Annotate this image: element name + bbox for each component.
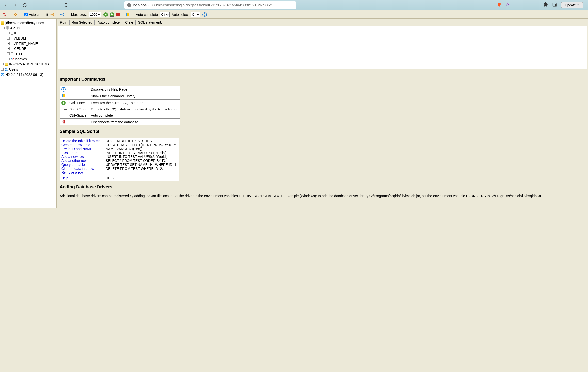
auto-commit-checkbox[interactable]: Auto commit — [24, 13, 48, 16]
sample-sql-line: DROP TABLE IF EXISTS TEST; — [106, 139, 155, 143]
svg-rect-15 — [63, 96, 65, 97]
folder-icon — [5, 63, 8, 66]
sidebar-tree: jdbc:h2:mem:dfemytunes − ARTIST +ID+ALBU… — [0, 19, 57, 208]
indexes-label: Indexes — [15, 57, 27, 61]
command-icon-cell — [60, 93, 67, 100]
adding-drivers-heading: Adding Database Drivers — [60, 185, 584, 190]
db-node[interactable]: jdbc:h2:mem:dfemytunes — [1, 20, 55, 25]
sample-link[interactable]: Remove a row — [61, 170, 83, 174]
svg-rect-13 — [63, 94, 65, 95]
run-bar: Run Run Selected Auto complete Clear SQL… — [57, 19, 588, 25]
reload-button[interactable] — [22, 2, 28, 8]
run-selected-button[interactable]: Run Selected — [69, 20, 95, 25]
back-button[interactable] — [3, 2, 9, 8]
sql-textarea[interactable] — [58, 26, 587, 69]
users-node[interactable]: + Users — [1, 67, 55, 72]
expand-icon[interactable]: + — [7, 32, 10, 34]
help-icon[interactable]: ? — [202, 12, 207, 17]
run-icon[interactable] — [103, 12, 108, 17]
sample-sql-line: CREATE TABLE TEST(ID INT PRIMARY KEY, — [106, 143, 177, 147]
sample-link[interactable]: Help — [61, 176, 68, 180]
column-node[interactable]: +GENRE — [1, 46, 55, 51]
info-schema-node[interactable]: + INFORMATION_SCHEMA — [1, 62, 55, 67]
help-icon: ? — [61, 87, 66, 92]
auto-complete-label: Auto complete — [136, 13, 158, 16]
run-selected-icon[interactable] — [110, 12, 114, 17]
clear-button[interactable]: Clear — [123, 20, 135, 25]
rollback-icon[interactable]: ⤺0 — [60, 13, 64, 16]
auto-select-select[interactable]: On — [191, 12, 200, 17]
bookmark-icon[interactable] — [63, 2, 69, 8]
column-icon — [11, 32, 13, 35]
sample-link[interactable]: Create a new table — [61, 143, 90, 147]
info-icon: i — [1, 73, 4, 76]
version-node: i H2 2.1.214 (2022-06-13) — [1, 72, 55, 77]
sample-right-cell: HELP ... — [104, 175, 179, 181]
column-node[interactable]: +ID — [1, 31, 55, 36]
browser-bar: ! localhost:8080/h2-console/login.do?jse… — [0, 0, 588, 10]
stop-icon[interactable] — [116, 13, 120, 16]
triangle-icon[interactable] — [506, 2, 510, 8]
commands-table: ?Displays this Help PageShows the Comman… — [60, 86, 180, 125]
expand-icon[interactable]: + — [7, 42, 10, 45]
column-node[interactable]: +ALBUM — [1, 36, 55, 41]
command-shortcut — [67, 93, 89, 100]
expand-icon[interactable]: + — [7, 52, 10, 55]
table-row: Delete the table if it existsCreate a ne… — [60, 138, 179, 175]
sample-link[interactable]: Add a new row — [61, 155, 84, 159]
table-node[interactable]: − ARTIST — [1, 25, 55, 31]
refresh-icon[interactable]: ⟳ — [13, 12, 18, 17]
indexes-node[interactable]: + az Indexes — [1, 56, 55, 62]
expand-icon[interactable]: + — [7, 37, 10, 40]
table-label: ARTIST — [10, 26, 22, 30]
commit-icon[interactable]: ⤻0 — [50, 13, 54, 16]
sample-link[interactable]: Add another row — [61, 159, 87, 163]
auto-select-label: Auto select — [172, 13, 189, 16]
auto-complete-select[interactable]: Off — [160, 12, 170, 17]
column-label: ARTIST_NAME — [14, 42, 38, 46]
extensions-icon[interactable] — [543, 2, 548, 8]
disconnect-icon: ⇅ — [62, 120, 65, 124]
sample-left-cell: Help — [60, 175, 104, 181]
table-row: Ctrl+SpaceAuto complete — [60, 112, 180, 119]
run-button[interactable]: Run — [58, 20, 68, 25]
command-description: Executes the SQL statement defined by th… — [89, 106, 180, 112]
version-label: H2 2.1.214 (2022-06-13) — [5, 73, 43, 77]
collapse-icon[interactable]: − — [2, 27, 5, 29]
column-label: ALBUM — [14, 36, 26, 40]
sql-statement-label: SQL statement: — [138, 20, 162, 24]
forward-button[interactable] — [12, 2, 18, 8]
sample-link[interactable]: Delete the table if it exists — [61, 139, 101, 143]
auto-complete-button[interactable]: Auto complete — [96, 20, 122, 25]
expand-icon[interactable]: + — [7, 47, 10, 50]
expand-icon[interactable]: + — [1, 68, 4, 71]
table-row: Shift+EnterExecutes the SQL statement de… — [60, 106, 180, 112]
column-label: ID — [14, 31, 17, 35]
h2-toolbar: ⇅ ⟳ Auto commit ⤻0 ⤺0 Max rows: 1000 Aut… — [0, 10, 588, 19]
command-description: Displays this Help Page — [89, 86, 180, 93]
history-icon — [62, 94, 65, 98]
sample-sql-line: INSERT INTO TEST VALUES(1, 'Hello'); — [106, 151, 167, 155]
command-shortcut: Ctrl+Enter — [67, 100, 89, 106]
brave-shield-icon[interactable] — [497, 2, 502, 8]
auto-commit-label: Auto commit — [29, 13, 48, 16]
column-node[interactable]: +ARTIST_NAME — [1, 41, 55, 46]
update-button[interactable]: Update≡ — [561, 2, 583, 8]
column-node[interactable]: +TITLE — [1, 51, 55, 56]
expand-icon[interactable]: + — [7, 58, 10, 60]
sample-sql-table: Delete the table if it existsCreate a ne… — [60, 138, 179, 181]
max-rows-label: Max rows: — [71, 13, 87, 16]
column-icon — [11, 47, 13, 50]
auto-commit-input[interactable] — [24, 13, 28, 16]
sample-link[interactable]: Change data in a row — [61, 167, 94, 170]
history-icon[interactable] — [126, 13, 130, 16]
max-rows-select[interactable]: 1000 — [89, 12, 101, 17]
expand-icon[interactable]: + — [1, 63, 4, 65]
picture-in-picture-icon[interactable] — [552, 2, 557, 8]
disconnect-icon[interactable]: ⇅ — [2, 12, 7, 17]
command-icon-cell — [60, 106, 67, 112]
column-icon — [11, 42, 13, 45]
sample-link[interactable]: Query the table — [61, 163, 85, 167]
sample-link-sub[interactable]: with ID and NAME columns — [61, 147, 102, 155]
url-bar[interactable]: ! localhost:8080/h2-console/login.do?jse… — [124, 1, 296, 9]
